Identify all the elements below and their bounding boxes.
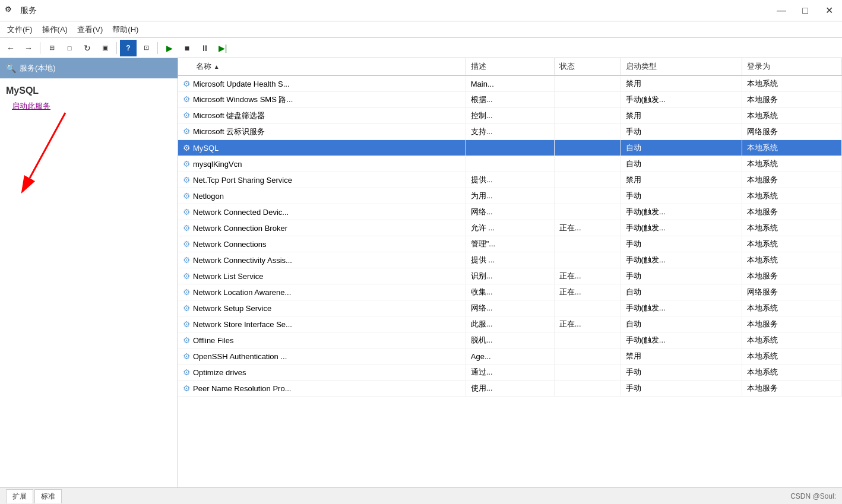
table-row[interactable]: ⚙Network Location Awarene... 收集... 正在...… (178, 284, 842, 300)
service-logon-cell: 本地服务 (742, 172, 842, 188)
forward-button[interactable]: → (20, 40, 37, 56)
col-name[interactable]: 名称 ▲ (178, 58, 466, 75)
col-status[interactable]: 状态 (554, 58, 621, 75)
left-panel-header: 🔍 服务(本地) (0, 58, 178, 78)
service-status-cell: 正在... (554, 220, 621, 236)
service-starttype-cell: 自动 (621, 140, 742, 156)
service-desc-cell: 为用... (466, 188, 554, 204)
service-status-cell (554, 364, 621, 381)
tab-expand[interactable]: 扩展 (6, 489, 33, 503)
gear-icon: ⚙ (183, 383, 191, 393)
service-name-cell: ⚙Network Connection Broker (178, 220, 466, 236)
table-row[interactable]: ⚙Network Connections 管理"... 手动 本地系统 (178, 236, 842, 252)
menu-help[interactable]: 帮助(H) (107, 23, 143, 37)
service-desc-cell: 使用... (466, 381, 554, 397)
service-desc-cell: 提供... (466, 172, 554, 188)
service-desc-cell: 网络... (466, 300, 554, 316)
service-status-cell (554, 76, 621, 92)
service-desc-cell: 此服... (466, 316, 554, 332)
gear-icon: ⚙ (183, 191, 191, 201)
table-row[interactable]: ⚙mysqlKingVcn 自动 本地系统 (178, 156, 842, 172)
service-status-cell (554, 172, 621, 188)
service-starttype-cell: 自动 (621, 156, 742, 172)
gear-icon: ⚙ (183, 94, 191, 104)
gear-icon: ⚙ (183, 207, 191, 217)
service-starttype-cell: 手动 (621, 364, 742, 381)
service-logon-cell: 网络服务 (742, 124, 842, 140)
table-row[interactable]: ⚙Microsoft Windows SMS 路... 根据... 手动(触发.… (178, 92, 842, 108)
restart-service-button[interactable]: ▶| (214, 40, 231, 56)
table-row[interactable]: ⚙Network Connection Broker 允许 ... 正在... … (178, 220, 842, 236)
service-logon-cell: 本地系统 (742, 76, 842, 92)
svg-line-1 (30, 113, 65, 178)
service-status-cell (554, 108, 621, 124)
gear-icon: ⚙ (183, 351, 191, 361)
gear-icon: ⚙ (183, 335, 191, 345)
menu-view[interactable]: 查看(V) (72, 23, 107, 37)
table-row[interactable]: ⚙Netlogon 为用... 手动 本地系统 (178, 188, 842, 204)
tab-standard[interactable]: 标准 (34, 489, 62, 503)
col-starttype[interactable]: 启动类型 (621, 58, 742, 75)
help-button[interactable]: ? (120, 40, 137, 56)
toggle-button[interactable]: ⊡ (138, 40, 154, 56)
title-bar: ⚙ 服务 — □ ✕ (0, 0, 842, 21)
service-status-cell (554, 332, 621, 348)
properties-button[interactable]: □ (61, 40, 78, 56)
service-starttype-cell: 手动 (621, 124, 742, 140)
table-row[interactable]: ⚙Optimize drives 通过... 手动 本地系统 (178, 364, 842, 381)
table-row[interactable]: ⚙Network Store Interface Se... 此服... 正在.… (178, 316, 842, 332)
pause-service-button[interactable]: ⏸ (197, 40, 213, 56)
table-row[interactable]: ⚙Microsoft Update Health S... Main... 禁用… (178, 76, 842, 92)
table-row[interactable]: ⚙Microsoft 键盘筛选器 控制... 禁用 本地系统 (178, 108, 842, 124)
service-starttype-cell: 手动(触发... (621, 204, 742, 220)
service-desc-cell: 收集... (466, 284, 554, 300)
service-starttype-cell: 禁用 (621, 348, 742, 364)
table-row[interactable]: ⚙OpenSSH Authentication ... Age... 禁用 本地… (178, 348, 842, 364)
table-row[interactable]: ⚙Network List Service 识别... 正在... 手动 本地服… (178, 268, 842, 284)
service-desc-cell: 支持... (466, 124, 554, 140)
menu-action[interactable]: 操作(A) (37, 23, 72, 37)
table-row[interactable]: ⚙Network Connected Devic... 网络... 手动(触发.… (178, 204, 842, 220)
table-row[interactable]: ⚙Peer Name Resolution Pro... 使用... 手动 本地… (178, 381, 842, 397)
service-logon-cell: 本地服务 (742, 92, 842, 108)
table-row[interactable]: ⚙Net.Tcp Port Sharing Service 提供... 禁用 本… (178, 172, 842, 188)
service-logon-cell: 本地系统 (742, 140, 842, 156)
table-scroll-area[interactable]: ⚙Microsoft Update Health S... Main... 禁用… (178, 76, 842, 487)
table-row[interactable]: ⚙Offline Files 脱机... 手动(触发... 本地系统 (178, 332, 842, 348)
service-status-cell (554, 124, 621, 140)
col-desc[interactable]: 描述 (466, 58, 554, 75)
service-name-cell: ⚙Net.Tcp Port Sharing Service (178, 172, 466, 188)
service-logon-cell: 本地系统 (742, 364, 842, 381)
service-logon-cell: 本地系统 (742, 348, 842, 364)
menu-file[interactable]: 文件(F) (2, 23, 37, 37)
service-starttype-cell: 手动 (621, 236, 742, 252)
minimize-button[interactable]: — (773, 2, 790, 19)
col-logon[interactable]: 登录为 (742, 58, 842, 75)
table-row[interactable]: ⚙Network Setup Service 网络... 手动(触发... 本地… (178, 300, 842, 316)
service-desc-cell (466, 156, 554, 172)
start-service-button[interactable]: ▶ (161, 40, 178, 56)
app-icon: ⚙ (5, 5, 17, 17)
table-row[interactable]: ⚙Network Connectivity Assis... 提供 ... 手动… (178, 252, 842, 268)
back-button[interactable]: ← (2, 40, 19, 56)
close-button[interactable]: ✕ (821, 2, 837, 19)
service-desc-cell: 提供 ... (466, 252, 554, 268)
service-status-cell: 正在... (554, 284, 621, 300)
service-desc-cell: Age... (466, 348, 554, 364)
maximize-button[interactable]: □ (797, 2, 813, 19)
refresh-button[interactable]: ↻ (79, 40, 96, 56)
service-starttype-cell: 手动(触发... (621, 92, 742, 108)
service-logon-cell: 本地系统 (742, 236, 842, 252)
service-status-cell: 正在... (554, 316, 621, 332)
left-panel-title: 服务(本地) (20, 63, 56, 74)
table-row[interactable]: ⚙Microsoft 云标识服务 支持... 手动 网络服务 (178, 124, 842, 140)
export-button[interactable]: ▣ (97, 40, 113, 56)
service-name-cell: ⚙Microsoft Windows SMS 路... (178, 92, 466, 108)
service-logon-cell: 本地系统 (742, 332, 842, 348)
table-row[interactable]: ⚙MySQL 自动 本地系统 (178, 140, 842, 156)
gear-icon: ⚙ (183, 143, 191, 153)
stop-service-button[interactable]: ■ (179, 40, 195, 56)
service-starttype-cell: 手动 (621, 268, 742, 284)
service-logon-cell: 本地服务 (742, 204, 842, 220)
show-hide-button[interactable]: ⊞ (43, 40, 60, 56)
